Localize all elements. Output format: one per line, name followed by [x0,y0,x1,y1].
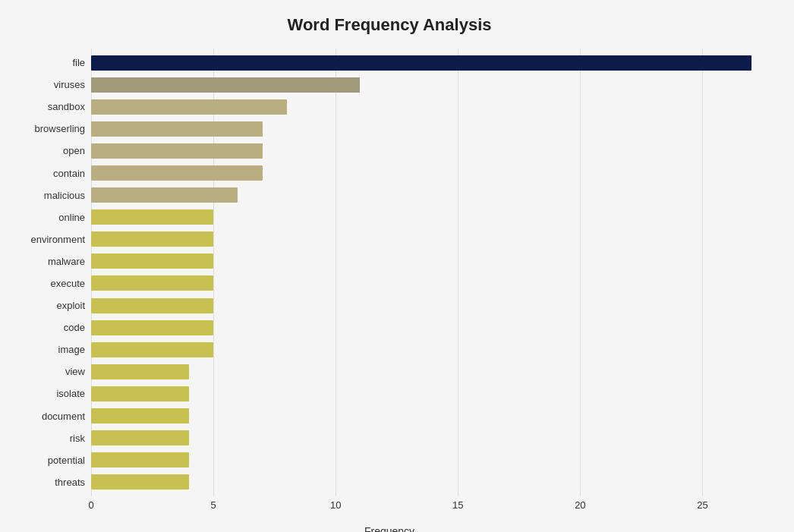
x-axis-area: 0510152025 [91,499,764,522]
chart-area: filevirusessandboxbrowserlingopencontain… [15,49,764,496]
bar [91,474,189,490]
y-label: sandbox [48,97,85,117]
bar [91,298,213,313]
y-label: open [63,141,85,161]
x-tick: 20 [575,499,585,511]
bar [91,209,213,225]
y-label: image [58,340,85,360]
y-label: isolate [56,384,85,404]
bar-row [91,185,764,205]
bar [91,77,360,93]
bar-row [91,406,764,426]
bar-row [91,428,764,448]
bar-row [91,472,764,492]
bar [91,364,189,379]
y-label: exploit [56,296,85,316]
bar [91,275,213,291]
bar [91,165,263,181]
bar-row [91,384,764,404]
bar [91,452,189,467]
bar-row [91,296,764,316]
bar-row [91,318,764,338]
y-label: malware [48,251,85,271]
y-label: execute [50,273,85,293]
y-label: threats [55,472,85,492]
y-label: browserling [35,119,85,139]
x-tick: 25 [697,499,707,511]
bar-row [91,119,764,139]
bar [91,121,263,137]
y-label: environment [30,229,85,249]
bar-row [91,340,764,360]
x-tick: 5 [210,499,216,511]
y-label: viruses [54,75,85,95]
bar [91,99,287,115]
bar [91,253,213,269]
bar-row [91,97,764,117]
x-axis-label: Frequency [15,525,764,532]
y-label: document [42,406,85,426]
x-tick: 15 [452,499,463,511]
bar-row [91,75,764,95]
y-label: view [65,362,85,382]
bar [91,320,213,335]
y-labels: filevirusessandboxbrowserlingopencontain… [15,49,91,496]
y-label: potential [48,450,85,470]
y-label: contain [53,163,85,183]
bar [91,55,751,71]
y-label: malicious [44,185,85,205]
bar-row [91,163,764,183]
y-label: code [64,318,85,338]
bar [91,231,213,247]
bar [91,342,213,357]
x-tick: 10 [330,499,341,511]
chart-container: Word Frequency Analysis filevirusessandb… [0,0,794,532]
bar [91,187,238,203]
bar-row [91,141,764,161]
bar [91,408,189,423]
bar-row [91,207,764,227]
bar-row [91,450,764,470]
x-tick: 0 [88,499,93,511]
bar-row [91,251,764,271]
chart-title: Word Frequency Analysis [15,15,764,35]
y-label: risk [70,428,85,448]
bar [91,143,263,159]
y-label: file [72,53,85,73]
bar-row [91,362,764,382]
bar [91,430,189,445]
bars-and-grid [91,49,764,496]
y-label: online [58,207,85,227]
bar-row [91,229,764,249]
bar-row [91,273,764,293]
bar-row [91,53,764,73]
bar [91,386,189,401]
